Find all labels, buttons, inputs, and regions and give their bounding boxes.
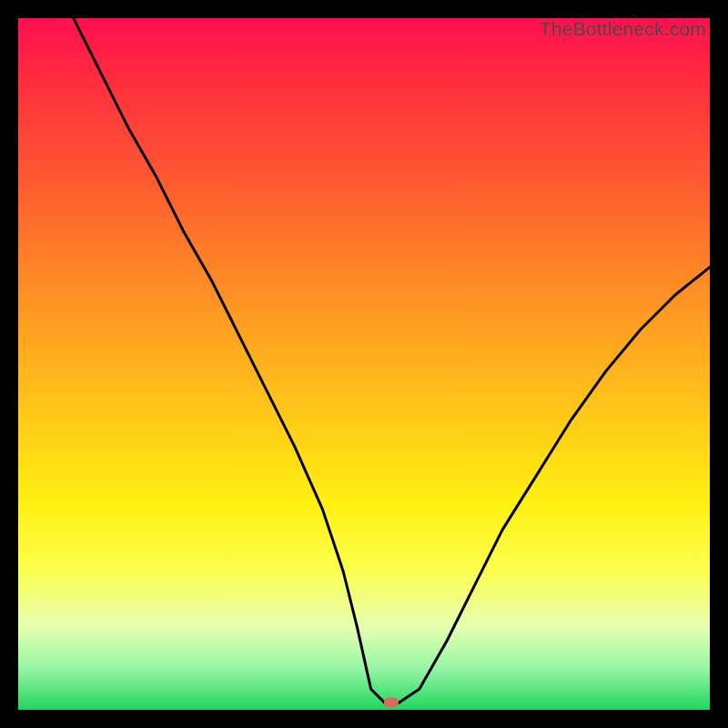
watermark-text: TheBottleneck.com bbox=[540, 18, 706, 40]
plot-area: TheBottleneck.com bbox=[18, 18, 710, 710]
optimal-point-marker bbox=[384, 698, 399, 708]
bottleneck-curve bbox=[18, 18, 710, 710]
chart-frame: TheBottleneck.com bbox=[0, 0, 728, 728]
